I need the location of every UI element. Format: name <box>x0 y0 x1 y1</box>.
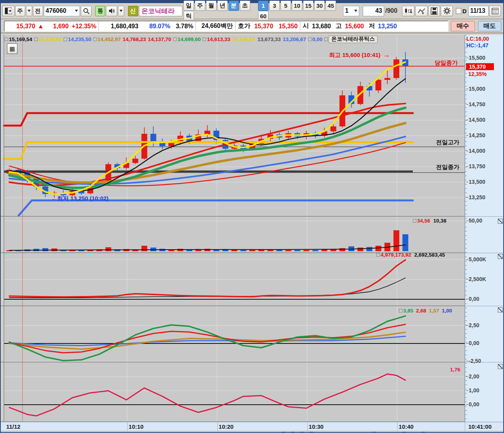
current-pct-axis-label: 12,35% <box>468 71 487 77</box>
time-axis-label: 10:30 <box>309 423 324 430</box>
axis-tick-label: 13,750 <box>469 163 485 169</box>
axis-tick-label: 14,000 <box>469 148 485 154</box>
legend-value: 14,235,50 <box>68 36 91 42</box>
time-axis-label: 11/12 <box>6 423 21 430</box>
axis-tick-label: 0,00 <box>469 296 479 302</box>
axis-tick-label: 0,00 <box>469 340 479 346</box>
bottom-toolbar-cutoff <box>1 431 504 433</box>
grid-icon: ▦ <box>9 45 15 52</box>
oscillator-legend-blue: 1,00 <box>442 308 452 314</box>
legend-item: 14,452,97 <box>93 36 121 42</box>
time-axis-label: 10:40 <box>399 423 414 430</box>
legend-item: 13,206,67 <box>283 36 306 42</box>
time-axis[interactable]: 11/1210:1010:2010:3010:4010:41:00 <box>1 422 504 431</box>
maximize-icon[interactable] <box>498 307 503 312</box>
legend-value: 15,169,54 <box>9 36 32 42</box>
time-axis-separator <box>465 422 465 431</box>
legend-checkbox[interactable] <box>173 38 177 41</box>
legend-item: 0,00 <box>308 36 322 42</box>
axis-tick-label: 1,00 <box>469 387 479 393</box>
time-axis-separator <box>127 422 128 431</box>
oscillator-legend-red: 2,68 <box>416 308 426 314</box>
cumulative-legend: 4,979,173,92 2,692,583,45 <box>376 252 445 258</box>
legend-item: 14,146,67 <box>232 36 256 42</box>
indicator-legend-row: 15,169,5415,438,4814,235,5014,452,9714,7… <box>5 35 379 43</box>
legend-checkbox[interactable] <box>5 38 8 41</box>
axis-tick-label: 0,00 <box>469 401 479 407</box>
axis-tick-label: 2,00 <box>469 373 479 380</box>
cumulative-legend-black: 2,692,583,45 <box>414 252 445 258</box>
axis-tick-label: 13,250 <box>469 194 485 200</box>
high-annotation-text: 최고 15,600 (10:41) <box>329 52 381 59</box>
legend-item: 15,169,54 <box>5 36 32 42</box>
legend-checkbox[interactable] <box>308 38 312 41</box>
grid-tool-button[interactable]: ▦ <box>7 43 17 54</box>
today-close-label: 당일종가 <box>435 59 458 67</box>
legend-value: 14,137,70 <box>148 36 171 42</box>
time-axis-label: 10:10 <box>129 423 144 430</box>
volume-legend-red: 34,56 <box>417 218 430 224</box>
legend-value: 15,438,48 <box>38 36 62 42</box>
legend-checkbox[interactable] <box>399 309 402 312</box>
legend-checkbox[interactable] <box>413 219 416 223</box>
legend-value: 14,146,67 <box>232 36 256 42</box>
momentum-legend: 1,76 <box>450 367 460 373</box>
legend-item: 14,768,23 <box>123 36 146 42</box>
chart-canvas[interactable] <box>1 1 504 433</box>
axis-tick-label: 5,000K <box>469 256 486 262</box>
axis-separator <box>465 253 504 253</box>
time-axis-separator <box>397 422 398 431</box>
stock-name-button[interactable]: 온코닉테라퓨틱스 <box>329 36 378 43</box>
legend-checkbox[interactable] <box>64 38 67 41</box>
legend-value: 0,00 <box>312 36 322 42</box>
prev-close-label: 전일종가 <box>436 164 459 171</box>
axis-tick-label: -2,50 <box>469 358 481 364</box>
cumulative-legend-red: 4,979,173,92 <box>381 252 411 258</box>
volume-legend: 34,56 10,38 <box>413 218 447 224</box>
hts-chart-window: 주 전 476060 통 신 온코닉테라 일주월년분초틱 13510153045… <box>0 0 504 433</box>
legend-value: 14,452,97 <box>97 36 121 42</box>
legend-checkbox[interactable] <box>203 38 206 41</box>
legend-item: 14,235,50 <box>64 36 91 42</box>
time-axis-separator <box>307 422 308 431</box>
low-annotation: ←최저 13,250 (10:02) <box>51 195 109 202</box>
arrow-right-icon: → <box>383 51 390 59</box>
time-axis-label: 10:20 <box>219 423 234 430</box>
legend-item: 14,613,33 <box>203 36 230 42</box>
legend-value: 14,613,33 <box>207 36 230 42</box>
maximize-icon[interactable] <box>498 219 503 224</box>
axis-tick-label: 14,750 <box>469 101 485 107</box>
legend-checkbox[interactable] <box>93 38 97 41</box>
high-annotation: 최고 15,600 (10:41) → <box>329 51 390 59</box>
axis-tick-label: 14,250 <box>469 132 485 138</box>
axis-tick-label: 2,50 <box>469 322 479 328</box>
axis-tick-label: 13,500 <box>469 179 485 185</box>
oscillator-legend: 3,85 2,68 1,57 1,00 <box>399 308 452 314</box>
legend-value: 14,768,23 <box>123 36 146 42</box>
legend-item: 14,137,70 <box>148 36 171 42</box>
volume-legend-black: 10,38 <box>433 218 447 224</box>
maximize-icon[interactable] <box>498 364 503 369</box>
legend-item: 13,673,33 <box>258 36 281 42</box>
legend-checkbox[interactable] <box>376 253 380 257</box>
maximize-icon[interactable] <box>498 254 503 259</box>
time-axis-separator <box>217 422 218 431</box>
oscillator-legend-green: 3,85 <box>403 308 413 314</box>
axis-separator <box>465 306 504 306</box>
oscillator-legend-olive: 1,57 <box>429 308 439 314</box>
legend-checkbox[interactable] <box>324 38 328 41</box>
time-axis-label: 10:41:00 <box>468 423 492 430</box>
prev-high-label: 전일고가 <box>436 139 459 146</box>
legend-value: 14,699,60 <box>177 36 201 42</box>
legend-item: 15,438,48 <box>34 36 62 42</box>
hc-value: HC:-1,47 <box>466 42 488 48</box>
legend-value: 13,673,33 <box>258 36 281 42</box>
axis-tick-label: 2,500K <box>469 276 486 282</box>
legend-item: 14,699,60 <box>173 36 201 42</box>
axis-tick-label: 15,000 <box>469 86 485 92</box>
axis-tick-strip <box>465 35 467 422</box>
legend-checkbox[interactable] <box>34 38 38 41</box>
chart-background <box>4 35 465 422</box>
lc-value: LC:16,00 <box>466 36 489 42</box>
axis-tick-label: 15,500 <box>469 55 485 61</box>
